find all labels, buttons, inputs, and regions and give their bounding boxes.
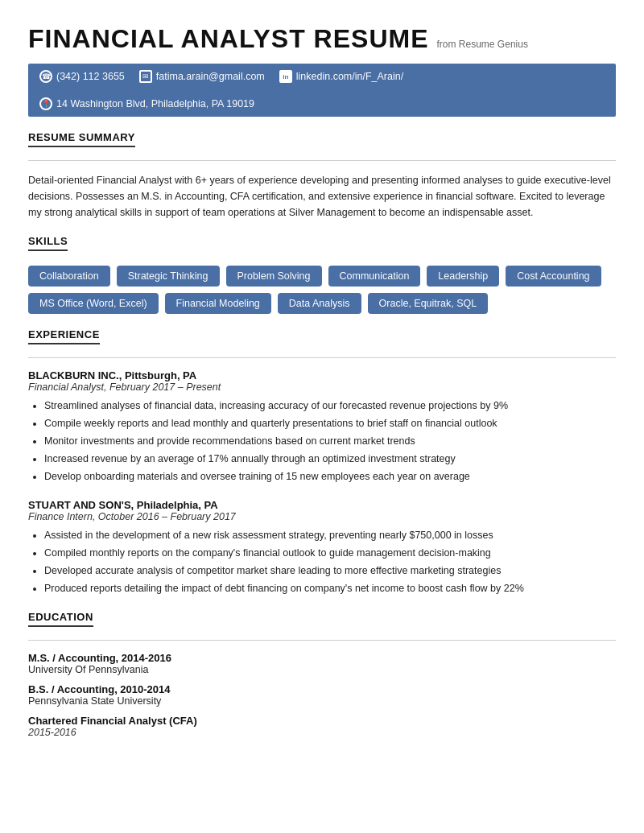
skills-grid: CollaborationStrategic ThinkingProblem S… xyxy=(28,266,616,314)
experience-title: EXPERIENCE xyxy=(28,328,616,353)
contact-address: 📍 14 Washington Blvd, Philadelphia, PA 1… xyxy=(39,97,254,110)
main-title: FINANCIAL ANALYST RESUME xyxy=(28,24,429,54)
bullet-list: Assisted in the development of a new ris… xyxy=(28,527,616,596)
skill-badge: Leadership xyxy=(427,266,499,287)
skill-badge: Data Analysis xyxy=(278,293,361,314)
experience-section: EXPERIENCE BLACKBURN INC., Pittsburgh, P… xyxy=(28,328,616,596)
bullet-item: Developed accurate analysis of competito… xyxy=(44,563,616,579)
education-entries: M.S. / Accounting, 2014-2016University O… xyxy=(28,652,616,738)
bullet-item: Develop onboarding materials and oversee… xyxy=(44,468,616,485)
from-label: from Resume Genius xyxy=(437,39,528,50)
edu-school: Pennsylvania State University xyxy=(28,695,616,707)
contact-linkedin: in linkedin.com/in/F_Arain/ xyxy=(279,70,403,83)
education-entry: B.S. / Accounting, 2010-2014Pennsylvania… xyxy=(28,683,616,707)
bullet-item: Compiled monthly reports on the company'… xyxy=(44,545,616,561)
header-section: FINANCIAL ANALYST RESUME from Resume Gen… xyxy=(28,24,616,54)
bullet-item: Monitor investments and provide recommen… xyxy=(44,433,616,449)
edu-degree: Chartered Financial Analyst (CFA) xyxy=(28,715,616,727)
education-entry: Chartered Financial Analyst (CFA)2015-20… xyxy=(28,715,616,738)
bullet-item: Assisted in the development of a new ris… xyxy=(44,527,616,543)
skill-badge: Strategic Thinking xyxy=(117,266,220,287)
contact-bar: ☎ (342) 112 3655 ✉ fatima.arain@gmail.co… xyxy=(28,64,616,117)
job-title: Finance Intern, October 2016 – February … xyxy=(28,511,616,522)
edu-degree: B.S. / Accounting, 2010-2014 xyxy=(28,683,616,695)
summary-divider xyxy=(28,160,616,161)
experience-entries: BLACKBURN INC., Pittsburgh, PAFinancial … xyxy=(28,369,616,596)
skills-section: SKILLS CollaborationStrategic ThinkingPr… xyxy=(28,235,616,314)
summary-section: RESUME SUMMARY Detail-oriented Financial… xyxy=(28,131,616,221)
skill-badge: Oracle, Equitrak, SQL xyxy=(368,293,489,314)
education-section: EDUCATION M.S. / Accounting, 2014-2016Un… xyxy=(28,611,616,738)
job-title: Financial Analyst, February 2017 – Prese… xyxy=(28,381,616,393)
summary-title: RESUME SUMMARY xyxy=(28,131,616,155)
experience-entry: BLACKBURN INC., Pittsburgh, PAFinancial … xyxy=(28,369,616,485)
skill-badge: Communication xyxy=(328,266,421,287)
bullet-item: Increased revenue by an average of 17% a… xyxy=(44,451,616,467)
experience-divider xyxy=(28,357,616,358)
contact-phone: ☎ (342) 112 3655 xyxy=(39,70,125,83)
edu-year: 2015-2016 xyxy=(28,727,616,738)
skill-badge: Collaboration xyxy=(28,266,110,287)
skill-badge: Cost Accounting xyxy=(506,266,601,287)
bullet-item: Produced reports detailing the impact of… xyxy=(44,580,616,596)
linkedin-icon: in xyxy=(279,70,292,83)
phone-icon: ☎ xyxy=(39,70,52,83)
location-icon: 📍 xyxy=(39,97,52,110)
edu-school: University Of Pennsylvania xyxy=(28,664,616,675)
experience-entry: STUART AND SON'S, Philadelphia, PAFinanc… xyxy=(28,499,616,596)
edu-degree: M.S. / Accounting, 2014-2016 xyxy=(28,652,616,664)
linkedin-text: linkedin.com/in/F_Arain/ xyxy=(296,71,403,82)
skill-badge: Problem Solving xyxy=(226,266,322,287)
email-text: fatima.arain@gmail.com xyxy=(156,71,265,82)
skills-title: SKILLS xyxy=(28,235,616,259)
phone-text: (342) 112 3655 xyxy=(56,71,125,82)
skill-badge: Financial Modeling xyxy=(165,293,271,314)
address-text: 14 Washington Blvd, Philadelphia, PA 190… xyxy=(56,98,254,109)
education-entry: M.S. / Accounting, 2014-2016University O… xyxy=(28,652,616,675)
summary-text: Detail-oriented Financial Analyst with 6… xyxy=(28,172,616,221)
bullet-item: Streamlined analyses of financial data, … xyxy=(44,398,616,414)
email-icon: ✉ xyxy=(139,70,152,83)
company-name: STUART AND SON'S, Philadelphia, PA xyxy=(28,499,616,511)
education-divider xyxy=(28,640,616,641)
bullet-item: Compile weekly reports and lead monthly … xyxy=(44,415,616,431)
contact-email: ✉ fatima.arain@gmail.com xyxy=(139,70,265,83)
bullet-list: Streamlined analyses of financial data, … xyxy=(28,398,616,485)
skill-badge: MS Office (Word, Excel) xyxy=(28,293,159,314)
company-name: BLACKBURN INC., Pittsburgh, PA xyxy=(28,369,616,381)
education-title: EDUCATION xyxy=(28,611,616,635)
